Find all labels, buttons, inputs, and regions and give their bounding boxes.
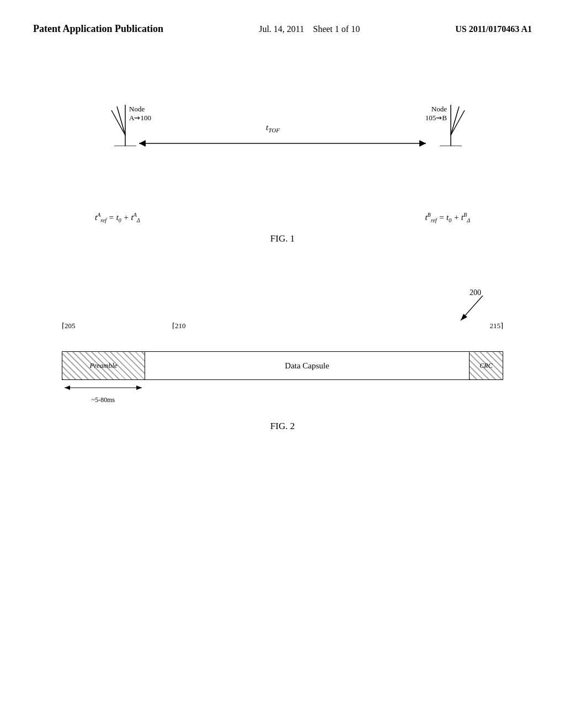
page-header: Patent Application Publication Jul. 14, … — [0, 0, 565, 47]
svg-line-1 — [117, 106, 125, 135]
svg-marker-11 — [139, 140, 146, 147]
packet-diagram: Preamble Data Capsule CRC — [62, 351, 503, 380]
ref-210-label: ⌈210 — [172, 322, 186, 330]
block-label-row: ⌈205 ⌈210 215⌉ — [62, 322, 503, 335]
dimension-arrow-svg — [62, 382, 145, 393]
ref-215-label: 215⌉ — [490, 322, 504, 330]
fig1-section: Node A⇝100 Node 105⇝B — [0, 47, 565, 266]
publication-date: Jul. 14, 2011 — [259, 24, 304, 34]
svg-marker-17 — [136, 386, 142, 390]
node-a-label: Node A⇝100 — [129, 105, 151, 122]
ref-200-arrow-svg — [452, 293, 486, 326]
formula-right: tBref = t0 + tBΔ — [425, 212, 470, 223]
node-b: Node 105⇝B — [431, 102, 470, 146]
svg-line-6 — [451, 106, 459, 135]
formula-left: tAref = t0 + tAΔ — [95, 212, 140, 223]
tof-arrow-svg — [139, 132, 426, 154]
preamble-block: Preamble — [62, 352, 145, 379]
svg-line-5 — [451, 110, 465, 135]
fig2-section: 200 ⌈205 ⌈210 215⌉ Preamble — [0, 266, 565, 454]
ref-205-label: ⌈205 — [62, 322, 76, 330]
publication-date-sheet: Jul. 14, 2011 Sheet 1 of 10 — [259, 22, 360, 34]
crc-block: CRC — [470, 352, 503, 379]
formulas-row: tAref = t0 + tAΔ tBref = t0 + tBΔ — [89, 212, 476, 223]
publication-title: Patent Application Publication — [33, 22, 163, 36]
patent-number: US 2011/0170463 A1 — [455, 22, 532, 34]
fig2-caption: FIG. 2 — [44, 421, 521, 432]
fig1-caption: FIG. 1 — [44, 233, 521, 244]
dimension-row: ~5-80ms — [62, 382, 145, 404]
tof-label: tTOF — [266, 123, 280, 133]
svg-marker-16 — [65, 386, 70, 390]
fig1-diagram: Node A⇝100 Node 105⇝B — [89, 102, 476, 223]
svg-line-0 — [111, 110, 125, 135]
node-b-label: Node 105⇝B — [425, 105, 447, 122]
data-capsule-block: Data Capsule — [145, 352, 470, 379]
dimension-label: ~5-80ms — [62, 396, 145, 404]
fig2-diagram: 200 ⌈205 ⌈210 215⌉ Preamble — [62, 322, 503, 404]
svg-marker-14 — [461, 314, 467, 320]
svg-marker-12 — [419, 140, 426, 147]
sheet-info: Sheet 1 of 10 — [313, 24, 360, 34]
